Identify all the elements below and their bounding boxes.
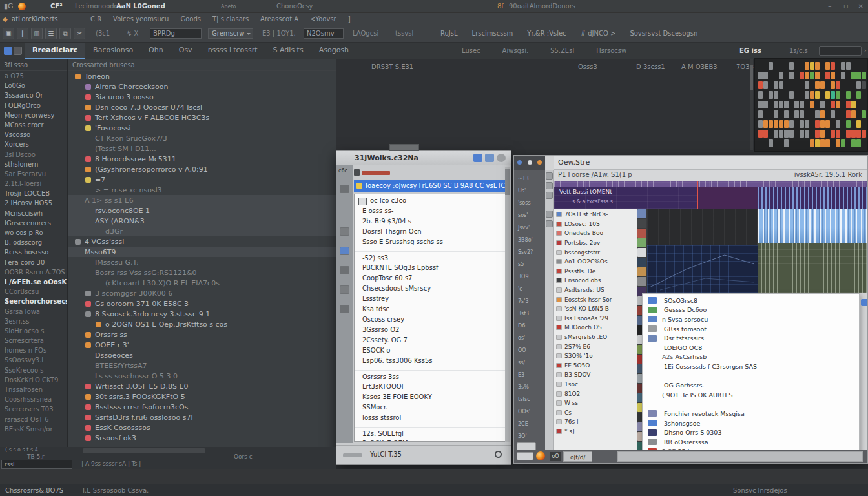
popup-grid-icon[interactable] <box>473 154 482 162</box>
sidebar-item[interactable]: wo cos p Ro <box>0 228 67 238</box>
sidebar-item[interactable]: Scrrescrtera <box>0 336 67 346</box>
toolbar-button-icon[interactable]: ▣ <box>3 28 14 39</box>
sidebar-item[interactable]: IGnsecenorers <box>0 218 67 228</box>
track-row[interactable]: Pssstls. De <box>554 267 637 276</box>
sidebar-item[interactable]: sthslonern <box>0 160 67 169</box>
clip-panel-dark[interactable] <box>647 209 758 245</box>
sidebar-item[interactable]: SioHr ocso s <box>0 326 67 336</box>
sidebar-item[interactable]: Vscosso <box>0 130 67 140</box>
context-menu-item[interactable]: OG Gorhssrs. <box>643 380 859 390</box>
sidebar-item[interactable]: B. odsscorg <box>0 238 67 247</box>
tree-item[interactable]: 'Fosocossi <box>68 123 336 133</box>
zoom-level[interactable]: 1s/c.s <box>789 47 808 54</box>
sidebar-item[interactable]: Trosjr LOCCEB <box>0 189 67 198</box>
gutter-icon-5[interactable] <box>340 285 349 294</box>
tree-item[interactable]: OOEE r 3' <box>68 340 336 350</box>
sidebar-item[interactable]: rsrascd OsT 6 <box>0 415 67 424</box>
track-row[interactable]: 81O2 <box>554 389 637 398</box>
toolstrip-label[interactable]: 3s% <box>514 381 545 393</box>
track-row[interactable]: FE 5O5O <box>554 361 637 371</box>
sidebar-item[interactable]: BEssK Smsn/or <box>0 424 67 434</box>
side-grid-icon[interactable] <box>861 299 868 306</box>
popup-list-item[interactable]: PBCKNTE SOg3s Epbssf <box>355 263 506 273</box>
tree-item[interactable]: =7 <box>68 174 336 185</box>
sidebar-item[interactable]: 3esrr.ss <box>0 316 67 326</box>
context-menu-item[interactable]: A2s AsCsrhssb <box>643 353 859 362</box>
track-row[interactable]: Asdtsrsds: US <box>554 285 637 295</box>
sidebar-item[interactable]: Sar Eserarvu <box>0 169 67 179</box>
toolbar-right-item[interactable]: # dJNCO > <box>581 30 616 37</box>
tree-item[interactable]: 30t ssrs.3 FOOsKGKFtO 5 <box>68 391 336 402</box>
strip-button-5[interactable] <box>546 220 553 227</box>
toolbar-label-1[interactable]: (3c1 <box>96 30 110 37</box>
sidebar-item[interactable]: CCorBscsu <box>0 287 67 296</box>
sidebar-item[interactable]: 3ssaarco Or <box>0 90 67 100</box>
sidebar-item[interactable]: 2 IHcosv HO55 <box>0 198 67 208</box>
popup-list-item[interactable]: 12s. SOEEfgl <box>355 427 506 439</box>
menu-item[interactable]: Areasscot A <box>260 16 298 23</box>
sidebar-item[interactable]: DosKcKrLO CKT9 <box>0 375 67 385</box>
titlebar-menu-2[interactable]: AaN L0Goned <box>116 3 165 10</box>
strip-dot-blue-icon[interactable] <box>517 160 522 165</box>
tabbar-right-item[interactable]: S5.ZEsl <box>550 47 574 54</box>
titlebar-menu-1[interactable]: Lecimonoodon <box>75 3 122 10</box>
transport-display-icon[interactable] <box>517 452 533 460</box>
toolbar-right-item[interactable]: RuJsL <box>440 30 458 37</box>
popup-list-item[interactable]: SSMocr. <box>355 402 506 413</box>
toolstrip-label[interactable]: E3 <box>514 369 545 381</box>
sidebar-item[interactable]: SsOossvy3.L <box>0 355 67 365</box>
swatch-grid[interactable] <box>758 61 866 149</box>
tree-item[interactable]: 8 Horocdssree Mc5311 <box>68 154 336 164</box>
transport-progress-strip[interactable] <box>617 451 863 462</box>
popup-list-item[interactable]: Iosss stssrol <box>355 413 506 423</box>
toolbar-button-icon[interactable]: ⧉ <box>59 28 71 39</box>
track-row[interactable]: M.IOooch OS <box>554 323 637 333</box>
tree-item[interactable]: Toneon <box>68 71 336 81</box>
toolbar-label-4[interactable]: LAOgcsi <box>353 30 378 37</box>
sidebar-item[interactable]: OO3R Rsrcn A.7OS <box>0 267 67 277</box>
tree-item[interactable]: Wrtissct 3.O5F E5 D.8S E0 <box>68 381 336 391</box>
sidebar-item[interactable]: Mcnscciswh <box>0 209 67 218</box>
tab[interactable]: Bacoslonso <box>85 43 141 59</box>
sidebar-item[interactable]: SsoKrecoo s <box>0 366 67 375</box>
popup-list-item[interactable]: -52) ss3 <box>355 251 506 263</box>
tree-item[interactable]: (Gsyshronersoporrorco v A.0;91 <box>68 164 336 174</box>
context-menu-item[interactable]: LOEIGO OC8 <box>643 343 859 353</box>
track-row[interactable]: * s] <box>554 427 637 437</box>
gutter-icon-1[interactable] <box>340 185 349 193</box>
toolbar-button-icon[interactable]: ☰ <box>45 28 57 39</box>
context-menu-item[interactable]: GRss tomsoot <box>643 324 859 334</box>
menu-item[interactable]: ] <box>348 16 351 23</box>
status-left-primary[interactable]: Chssrosrrs&.8O7S <box>5 487 63 494</box>
tab[interactable]: Osv <box>171 43 200 59</box>
toolstrip-label[interactable]: 'c <box>514 283 545 295</box>
tree-item[interactable]: Gs ooroorn 371 0K E58C 3 <box>68 298 336 309</box>
popup-scrollbar[interactable] <box>505 167 510 442</box>
popup-list-item[interactable]: Esp06. tss3006 Kss5s <box>355 356 506 366</box>
menubar-home[interactable]: atLorcKicherts <box>12 16 58 23</box>
context-menu-item[interactable] <box>643 371 859 381</box>
popup-titlebar[interactable]: 31JWolks.c32Na <box>336 151 511 165</box>
track-row[interactable]: W ss <box>554 398 637 408</box>
toolbar-search-input[interactable]: BPRDg <box>150 28 202 39</box>
audio-clip-blue[interactable] <box>758 209 868 243</box>
tree-item[interactable]: d3Gr <box>68 226 336 236</box>
menu-item[interactable]: C R <box>90 16 101 23</box>
strip-button-4[interactable] <box>546 211 553 218</box>
context-menu-item[interactable]: RR oOsrersssa <box>643 437 859 447</box>
tree-item[interactable]: A 1> ss s1 E6 <box>68 195 336 205</box>
track-row[interactable]: 'ssN KO L6N5 B <box>554 304 637 314</box>
strip-button-3[interactable] <box>546 192 553 199</box>
tabbar-search-input[interactable] <box>819 46 862 56</box>
track-row[interactable]: 76s l <box>554 417 637 427</box>
sidebar-item[interactable]: FOLRgOrco <box>0 101 67 110</box>
sidebar-item[interactable]: Seerchorchorsecs <box>0 296 67 306</box>
track-row[interactable]: Portsbs. 2ov <box>554 238 637 248</box>
tree-item[interactable]: o 2OGN OS1 E Oep.3rsKtftso s cos <box>68 319 336 329</box>
popup-list-item[interactable]: Lrt3sKTOOOl <box>355 382 506 392</box>
toolbar-label-3[interactable]: E3 | 1OY1. <box>262 30 296 37</box>
toolstrip-label[interactable]: 2CE <box>514 418 545 430</box>
track-row[interactable]: Iss FsoosAs '29 <box>554 314 637 324</box>
transport-firefox-icon[interactable] <box>536 451 545 462</box>
sidebar-item[interactable]: Lo0Go <box>0 81 67 90</box>
